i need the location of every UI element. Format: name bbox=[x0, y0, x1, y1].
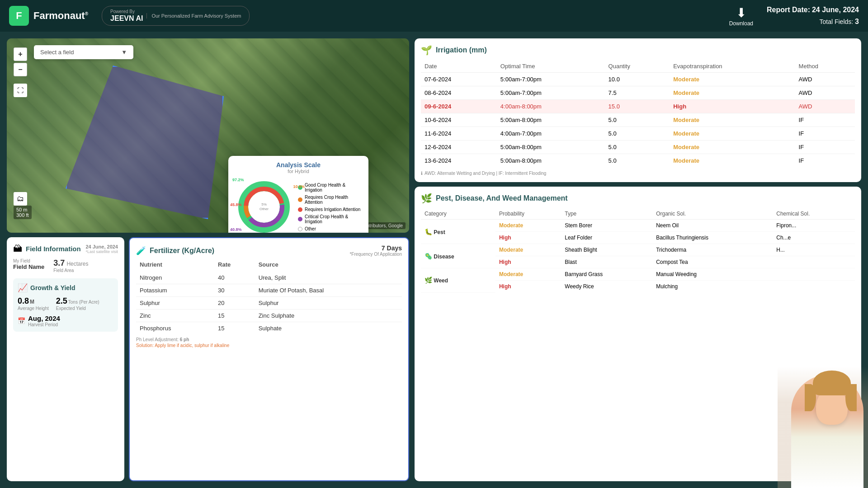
zoom-out-button[interactable]: − bbox=[14, 63, 27, 76]
avg-height-stat: 0.8 M Average Height bbox=[18, 296, 49, 311]
field-stats-row: My Field Field Name 3.7 Hectares Field A… bbox=[13, 258, 118, 273]
fertilizer-row: Phosphorus 15 Sulphate bbox=[136, 322, 402, 335]
download-label: Download bbox=[729, 20, 753, 27]
field-info-header: 🏔 Field Information 24 June, 2024 *Last … bbox=[13, 244, 118, 254]
irrigation-title: Irrigation (mm) bbox=[436, 46, 487, 54]
irrigation-header: 🌱 Irrigation (mm) bbox=[421, 45, 855, 56]
total-fields: Total Fields: 3 bbox=[767, 16, 859, 28]
fert-col-nutrient: Nutrient bbox=[136, 259, 214, 272]
fertilizer-footer: Ph Level Adjustment: 6 ph bbox=[136, 337, 402, 342]
fertilizer-row: Potassium 30 Muriate Of Potash, Basal bbox=[136, 284, 402, 297]
jeevn-badge: Powered By JEEVN AI Our Personalized Far… bbox=[102, 6, 250, 26]
fertilizer-panel: 🧪 Fertilizer (Kg/Acre) 7 Days *Frequency… bbox=[129, 237, 409, 481]
chevron-down-icon: ▼ bbox=[121, 49, 127, 56]
jeevn-subtitle: Our Personalized Farm Advisory System bbox=[146, 13, 241, 19]
legend-dot-other bbox=[298, 227, 302, 231]
map-zoom-controls: + − bbox=[14, 47, 27, 76]
pest-table: Category Probability Type Organic Sol. C… bbox=[421, 208, 855, 293]
fertilizer-row: Nitrogen 40 Urea, Split bbox=[136, 272, 402, 284]
report-date: Report Date: 24 June, 2024 bbox=[767, 4, 859, 16]
field-name-stat: My Field Field Name bbox=[13, 258, 44, 273]
pest-row: 🐛 Pest Moderate Stem Borer Neem Oil Fipr… bbox=[421, 220, 855, 232]
legend-irr: Requires Irrigation Attention bbox=[298, 207, 362, 212]
pest-col-chemical: Chemical Sol. bbox=[773, 208, 855, 220]
harvest-icon: 📅 bbox=[18, 317, 25, 324]
fertilizer-icon: 🧪 bbox=[136, 246, 146, 256]
map-container[interactable]: + − Select a field ▼ ⛶ 🗂 50 m 300 ft Lea… bbox=[7, 38, 409, 233]
irr-col-qty: Quantity bbox=[605, 60, 670, 73]
fertilizer-row: Sulphur 20 Sulphur bbox=[136, 297, 402, 310]
fert-col-source: Source bbox=[255, 259, 402, 272]
header: F Farmonaut® Powered By JEEVN AI Our Per… bbox=[0, 0, 868, 32]
pest-header: 🌿 Pest, Disease, And Weed Management bbox=[421, 193, 855, 204]
pest-table-body: 🐛 Pest Moderate Stem Borer Neem Oil Fipr… bbox=[421, 220, 855, 293]
field-icon: 🏔 bbox=[13, 244, 22, 254]
irr-col-evap: Evapotranspiration bbox=[670, 60, 795, 73]
irrigation-footnote: ℹ AWD: Alternate Wetting and Drying | IF… bbox=[421, 171, 855, 176]
field-select-dropdown[interactable]: Select a field ▼ bbox=[34, 45, 133, 59]
irr-col-method: Method bbox=[795, 60, 855, 73]
analysis-scale-title: Analysis Scale bbox=[235, 161, 362, 169]
report-info: Report Date: 24 June, 2024 Total Fields:… bbox=[767, 4, 859, 27]
fert-col-rate: Rate bbox=[214, 259, 255, 272]
irrigation-row: 08-6-2024 5:00am-7:00pm 7.5 Moderate AWD bbox=[421, 86, 855, 100]
main-content: + − Select a field ▼ ⛶ 🗂 50 m 300 ft Lea… bbox=[0, 32, 868, 488]
growth-header: 📈 Growth & Yield bbox=[18, 283, 113, 293]
irrigation-row: 11-6-2024 4:00am-7:00pm 5.0 Moderate IF bbox=[421, 127, 855, 141]
fertilizer-table-body: Nitrogen 40 Urea, Split Potassium 30 Mur… bbox=[136, 272, 402, 334]
growth-title: Growth & Yield bbox=[30, 284, 75, 291]
pest-title: Pest, Disease, And Weed Management bbox=[436, 194, 568, 202]
fertilizer-solution: Solution: Apply lime if acidic, sulphur … bbox=[136, 343, 402, 348]
download-area[interactable]: ⬇ Download bbox=[729, 5, 753, 27]
legend-crop: Requires Crop Health Attention bbox=[298, 195, 362, 205]
irr-col-time: Optimal Time bbox=[497, 60, 605, 73]
download-icon: ⬇ bbox=[736, 5, 746, 20]
donut-label-critical: 40.8% bbox=[230, 227, 291, 232]
field-info-date: 24 June, 2024 *Last satellite visit bbox=[85, 244, 118, 254]
fertilizer-frequency: 7 Days *Frequency Of Application bbox=[349, 244, 402, 257]
layers-button[interactable]: 🗂 bbox=[14, 192, 27, 206]
pest-icon: 🌿 bbox=[421, 193, 432, 204]
analysis-scale-popup: Analysis Scale for Hybrid bbox=[228, 156, 368, 233]
field-info-panel: 🏔 Field Information 24 June, 2024 *Last … bbox=[7, 237, 124, 481]
pest-row: 🦠 Disease Moderate Sheath Blight Trichod… bbox=[421, 244, 855, 256]
irrigation-table: Date Optimal Time Quantity Evapotranspir… bbox=[421, 60, 855, 167]
irrigation-row: 10-6-2024 5:00am-8:00pm 5.0 Moderate IF bbox=[421, 113, 855, 127]
growth-yield-section: 📈 Growth & Yield 0.8 M Average Height bbox=[13, 278, 118, 332]
donut-label-irr: 45.8% bbox=[230, 202, 305, 223]
donut-label-crop: 10.5% bbox=[293, 184, 305, 189]
irrigation-row: 07-6-2024 5:00am-7:00pm 10.0 Moderate AW… bbox=[421, 73, 855, 86]
expected-yield-stat: 2.5 Tons (Per Acre) Expected Yield bbox=[56, 296, 99, 311]
jeevn-name: JEEVN AI bbox=[110, 14, 143, 23]
irrigation-icon: 🌱 bbox=[421, 45, 432, 56]
pest-col-organic: Organic Sol. bbox=[652, 208, 773, 220]
pest-row: 🌿 Weed Moderate Barnyard Grass Manual We… bbox=[421, 268, 855, 281]
fullscreen-button[interactable]: ⛶ bbox=[14, 84, 27, 97]
fertilizer-table: Nutrient Rate Source Nitrogen 40 Urea, S… bbox=[136, 259, 402, 334]
legend-dot-crop bbox=[298, 197, 302, 202]
logo-text: Farmonaut® bbox=[33, 10, 88, 21]
field-info-title: Field Information bbox=[26, 245, 81, 253]
harvest-stat: 📅 Aug, 2024 Harvest Period bbox=[18, 314, 113, 327]
pest-col-prob: Probability bbox=[495, 208, 561, 220]
zoom-in-button[interactable]: + bbox=[14, 47, 27, 61]
powered-by-label: Powered By bbox=[110, 9, 143, 14]
fertilizer-row: Zinc 15 Zinc Sulphate bbox=[136, 310, 402, 322]
donut-label-good: 97.2% bbox=[232, 178, 244, 182]
fertilizer-header: 🧪 Fertilizer (Kg/Acre) 7 Days *Frequency… bbox=[136, 244, 402, 257]
pest-col-type: Type bbox=[561, 208, 652, 220]
fertilizer-title: Fertilizer (Kg/Acre) bbox=[150, 247, 214, 255]
map-scale-info: 50 m 300 ft bbox=[14, 206, 32, 219]
irrigation-row: 13-6-2024 5:00am-8:00pm 5.0 Moderate IF bbox=[421, 154, 855, 168]
logo-area: F Farmonaut® bbox=[9, 6, 88, 26]
legend-critical: Critical Crop Health & Irrigation bbox=[298, 214, 362, 224]
irr-col-date: Date bbox=[421, 60, 497, 73]
logo-text-group: Farmonaut® bbox=[33, 10, 88, 22]
growth-icon: 📈 bbox=[18, 283, 28, 293]
irrigation-row: 09-6-2024 4:00am-8:00pm 15.0 High AWD bbox=[421, 100, 855, 113]
growth-stats: 0.8 M Average Height 2.5 Tons (Per Acre)… bbox=[18, 296, 113, 311]
legend-good: Good Crop Health & Irrigation bbox=[298, 183, 362, 192]
irrigation-panel: 🌱 Irrigation (mm) Date Optimal Time Quan… bbox=[415, 38, 861, 182]
farmonaut-logo-icon: F bbox=[9, 6, 29, 26]
field-area-stat: 3.7 Hectares Field Area bbox=[53, 258, 88, 273]
